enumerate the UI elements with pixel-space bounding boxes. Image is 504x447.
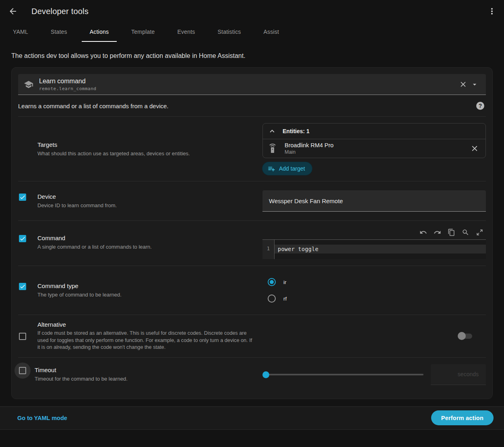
tab-events[interactable]: Events <box>169 23 203 42</box>
timeout-unit-field[interactable]: seconds <box>431 364 486 385</box>
search-icon[interactable] <box>459 227 472 238</box>
device-label: Device <box>37 193 117 200</box>
targets-label: Targets <box>37 141 190 148</box>
command-type-checkbox[interactable] <box>19 283 26 290</box>
action-service: remote.learn_command <box>39 86 457 91</box>
playlist-plus-icon <box>268 165 275 173</box>
timeout-description: Timeout for the command to be learned. <box>35 375 128 383</box>
command-type-description: The type of command to be learned. <box>37 291 122 299</box>
action-description-row: Learns a command or a list of commands f… <box>18 95 486 116</box>
check-icon <box>19 194 26 200</box>
device-input[interactable]: Wessper Desk Fan Remote <box>262 190 486 212</box>
targets-description: What should this action use as targeted … <box>37 150 190 157</box>
dev-tools-tabs: YAML States Actions Template Events Stat… <box>0 23 504 42</box>
radio-option-rf[interactable]: rf <box>268 295 486 303</box>
remove-entity-icon[interactable] <box>469 143 480 154</box>
entity-text: Broadlink RM4 Pro Main <box>285 142 469 155</box>
timeout-label: Timeout <box>35 367 128 373</box>
targets-picker: Entities: 1 Broadlink RM4 Pro Main <box>262 123 486 175</box>
expand-icon[interactable] <box>473 227 486 238</box>
picker-text: Learn command remote.learn_command <box>39 77 457 91</box>
clear-action-icon[interactable] <box>457 78 469 90</box>
action-card: Learn command remote.learn_command Learn… <box>11 67 493 399</box>
tab-actions[interactable]: Actions <box>82 23 117 42</box>
command-label: Command <box>37 235 152 241</box>
alternative-checkbox[interactable] <box>19 333 26 340</box>
page-title: Developer tools <box>31 7 89 16</box>
entities-header[interactable]: Entities: 1 <box>263 124 485 139</box>
school-icon <box>24 80 33 89</box>
overflow-menu-icon[interactable] <box>487 6 497 16</box>
action-description: Learns a command or a list of commands f… <box>18 103 169 109</box>
entities-count: Entities: 1 <box>283 128 310 134</box>
help-icon[interactable]: ? <box>476 102 484 110</box>
code-editor: 1 power toggle <box>262 226 486 259</box>
line-number-gutter: 1 <box>262 240 275 259</box>
command-type-row: Command type The type of command to be l… <box>18 266 486 315</box>
remote-icon <box>268 144 277 153</box>
radio-option-ir[interactable]: ir <box>268 278 486 286</box>
code-area[interactable]: power toggle <box>275 240 486 259</box>
slider-thumb[interactable] <box>262 371 269 378</box>
timeout-checkbox[interactable] <box>19 367 26 374</box>
alternative-row: Alternative If code must be stored as an… <box>18 315 486 357</box>
redo-icon[interactable] <box>431 227 444 238</box>
device-description: Device ID to learn command from. <box>37 202 117 209</box>
tab-template[interactable]: Template <box>123 23 163 42</box>
entities-panel: Entities: 1 Broadlink RM4 Pro Main <box>262 123 486 158</box>
targets-row: Targets What should this action use as t… <box>18 116 486 181</box>
tab-assist[interactable]: Assist <box>256 23 287 42</box>
action-footer: Go to YAML mode Perform action <box>0 406 504 430</box>
radio-rf[interactable] <box>268 295 276 303</box>
entity-name: Broadlink RM4 Pro <box>285 142 469 148</box>
go-to-yaml-link[interactable]: Go to YAML mode <box>17 415 67 421</box>
add-target-button[interactable]: Add target <box>262 162 312 175</box>
alternative-description: If code must be stored as an alternative… <box>37 330 253 351</box>
app-header: Developer tools <box>0 0 504 23</box>
timeout-slider[interactable] <box>262 371 423 379</box>
tab-states[interactable]: States <box>43 23 75 42</box>
timeout-row: Timeout Timeout for the command to be le… <box>18 357 486 393</box>
slider-track[interactable] <box>265 374 423 375</box>
editor-toolbar <box>262 226 486 239</box>
editor-body[interactable]: 1 power toggle <box>262 239 486 259</box>
check-icon <box>19 283 26 290</box>
check-icon <box>19 235 26 242</box>
add-target-label: Add target <box>279 165 305 172</box>
chevron-up-icon <box>268 127 277 136</box>
undo-icon[interactable] <box>417 227 430 238</box>
device-row: Device Device ID to learn command from. … <box>18 181 486 220</box>
command-checkbox[interactable] <box>19 235 26 242</box>
command-type-label: Command type <box>37 282 122 289</box>
alternative-toggle[interactable] <box>458 332 473 340</box>
intro-text: The actions dev tool allows you to perfo… <box>11 52 493 60</box>
caret-down-icon[interactable] <box>469 79 480 90</box>
checkbox-focus-ripple <box>14 363 31 379</box>
alternative-label: Alternative <box>37 321 253 328</box>
entity-row: Broadlink RM4 Pro Main <box>263 139 485 158</box>
code-line[interactable]: power toggle <box>275 245 486 253</box>
device-checkbox[interactable] <box>19 194 26 201</box>
command-description: A single command or a list of commands t… <box>37 243 152 251</box>
tab-yaml[interactable]: YAML <box>5 23 36 42</box>
perform-action-button[interactable]: Perform action <box>431 410 494 425</box>
action-name: Learn command <box>39 77 457 85</box>
radio-ir-label: ir <box>283 279 287 285</box>
tab-statistics[interactable]: Statistics <box>210 23 249 42</box>
command-type-options: ir rf <box>262 278 486 303</box>
targets-labels: Targets What should this action use as t… <box>18 141 262 157</box>
action-picker[interactable]: Learn command remote.learn_command <box>18 74 486 95</box>
radio-rf-label: rf <box>283 296 287 302</box>
toggle-thumb[interactable] <box>458 332 466 340</box>
back-arrow-icon[interactable] <box>8 6 18 16</box>
command-row: Command A single command or a list of co… <box>18 220 486 266</box>
entity-area: Main <box>285 149 469 155</box>
copy-icon[interactable] <box>445 227 458 238</box>
radio-ir[interactable] <box>268 278 276 286</box>
